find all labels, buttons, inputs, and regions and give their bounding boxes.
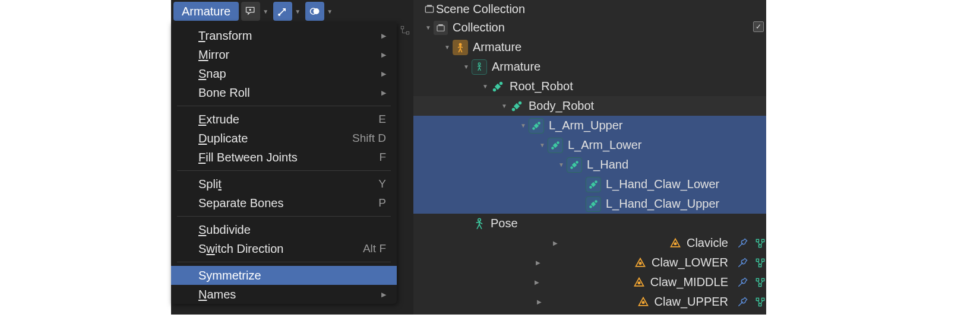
vgroup-label: Claw_UPPER [655, 295, 728, 309]
menu-item-split[interactable]: SplitY [171, 174, 397, 193]
rig-icon [754, 296, 766, 308]
bone-label: L_Hand_Claw_Upper [606, 197, 719, 211]
bone-label: L_Hand_Claw_Lower [606, 177, 719, 191]
armature-object-icon [453, 40, 468, 55]
vgroup-label: Clavicle [687, 236, 728, 250]
chevron-down-icon[interactable]: ▼ [260, 8, 271, 15]
gizmo-tool-button[interactable] [273, 2, 292, 21]
bone-label: L_Arm_Lower [568, 138, 642, 152]
menu-item-bone-roll[interactable]: Bone Roll▶ [171, 83, 397, 102]
bone-selected-icon [548, 138, 563, 153]
bone-row-claw-lower[interactable]: L_Hand_Claw_Lower [413, 174, 766, 194]
bone-selected-icon [567, 157, 582, 173]
disclosure-triangle-icon[interactable] [443, 299, 636, 305]
vgroup-row-clavicle[interactable]: Clavicle [413, 233, 766, 253]
app-window: Armature ▼ ▼ ▼ Transform▶Mirror▶Snap▶ [171, 0, 766, 315]
overlay-tool-button[interactable] [305, 2, 324, 21]
disclosure-triangle-icon[interactable] [500, 103, 508, 109]
bone-row-arm-upper[interactable]: L_Arm_Upper [413, 116, 766, 135]
menu-item-mirror[interactable]: Mirror▶ [171, 45, 397, 64]
scene-collection-row[interactable]: Scene Collection [413, 0, 766, 18]
vgroup-row-claw-upper[interactable]: Claw_UPPER [413, 292, 766, 312]
svg-point-33 [478, 218, 481, 221]
bone-row-hand[interactable]: L_Hand [413, 155, 766, 174]
disclosure-triangle-icon[interactable] [462, 64, 470, 70]
collection-checkbox[interactable]: ✓ [753, 21, 764, 32]
menu-item-label: Names [198, 288, 236, 301]
vgroup-row-claw-lower[interactable]: Claw_LOWER [413, 253, 766, 272]
disclosure-triangle-icon[interactable] [443, 259, 633, 266]
bone-icon [491, 80, 505, 94]
menu-item-transform[interactable]: Transform▶ [171, 26, 397, 45]
menu-shortcut: E [378, 113, 386, 126]
svg-point-46 [641, 301, 644, 304]
armature-menu-button[interactable]: Armature [173, 2, 239, 21]
disclosure-triangle-icon[interactable] [424, 24, 432, 31]
menu-item-fill-between-joints[interactable]: Fill Between JointsF [171, 148, 397, 167]
wrench-icon [736, 237, 748, 249]
svg-point-28 [595, 180, 598, 183]
menu-item-names[interactable]: Names▶ [171, 285, 397, 304]
outliner-panel: Scene Collection Collection ✓ Armature [413, 0, 766, 315]
disclosure-triangle-icon[interactable] [443, 240, 668, 246]
vgroup-label: Claw_MIDDLE [650, 275, 728, 289]
menu-item-duplicate[interactable]: DuplicateShift D [171, 129, 397, 148]
chevron-down-icon[interactable]: ▼ [292, 8, 303, 15]
bone-selected-icon [586, 177, 601, 192]
armature-object-label: Armature [473, 40, 521, 54]
menu-item-label: Split [198, 177, 222, 191]
svg-rect-36 [762, 239, 764, 242]
svg-point-13 [500, 81, 503, 85]
disclosure-triangle-icon[interactable] [443, 279, 631, 285]
bone-row-arm-lower[interactable]: L_Arm_Lower [413, 135, 766, 155]
pose-row[interactable]: Pose [413, 214, 766, 233]
collection-label: Collection [453, 21, 505, 34]
menu-item-extrude[interactable]: ExtrudeE [171, 110, 397, 129]
menu-shortcut: Alt F [363, 242, 386, 255]
svg-point-11 [478, 62, 480, 65]
disclosure-triangle-icon[interactable] [557, 161, 565, 168]
bone-selected-icon [529, 118, 544, 134]
svg-rect-47 [756, 298, 758, 300]
submenu-arrow-icon: ▶ [381, 70, 386, 78]
armature-object-row[interactable]: Armature [413, 37, 766, 57]
bone-row-root[interactable]: Root_Robot [413, 77, 766, 96]
svg-rect-4 [401, 26, 404, 29]
armature-data-icon [472, 59, 487, 75]
wrench-icon [736, 296, 748, 308]
svg-rect-49 [759, 303, 761, 306]
chevron-down-icon[interactable]: ▼ [324, 8, 335, 15]
disclosure-triangle-icon[interactable] [481, 83, 489, 90]
svg-rect-45 [759, 284, 761, 286]
collection-row[interactable]: Collection ✓ [413, 18, 766, 37]
svg-rect-37 [759, 245, 761, 247]
menu-item-subdivide[interactable]: Subdivide [171, 220, 397, 239]
menu-shortcut: P [378, 196, 386, 209]
bone-row-claw-upper[interactable]: L_Hand_Claw_Upper [413, 194, 766, 214]
rig-icon [754, 237, 766, 249]
disclosure-triangle-icon[interactable] [538, 142, 546, 148]
vgroup-row-claw-middle[interactable]: Claw_MIDDLE [413, 272, 766, 292]
bone-label: L_Arm_Upper [549, 119, 623, 132]
disclosure-triangle-icon[interactable] [443, 44, 451, 50]
disclosure-triangle-icon[interactable] [519, 122, 527, 129]
armature-data-row[interactable]: Armature [413, 57, 766, 77]
svg-point-31 [595, 200, 598, 203]
collection-icon [434, 21, 448, 35]
menu-item-symmetrize[interactable]: Symmetrize [171, 266, 397, 285]
svg-point-1 [278, 14, 280, 16]
menu-item-separate-bones[interactable]: Separate BonesP [171, 193, 397, 212]
submenu-arrow-icon: ▶ [381, 32, 386, 40]
svg-point-0 [249, 9, 251, 11]
visibility-tool-button[interactable] [241, 2, 260, 21]
svg-rect-6 [425, 7, 433, 12]
svg-rect-9 [438, 24, 443, 26]
scene-collection-label: Scene Collection [436, 2, 525, 16]
menu-item-switch-direction[interactable]: Switch DirectionAlt F [171, 239, 397, 258]
svg-point-16 [519, 101, 522, 104]
menu-item-label: Switch Direction [198, 242, 283, 256]
eye-tag-icon [245, 5, 257, 17]
menu-item-snap[interactable]: Snap▶ [171, 64, 397, 83]
svg-rect-43 [756, 278, 758, 281]
bone-row-body[interactable]: Body_Robot [413, 96, 766, 116]
